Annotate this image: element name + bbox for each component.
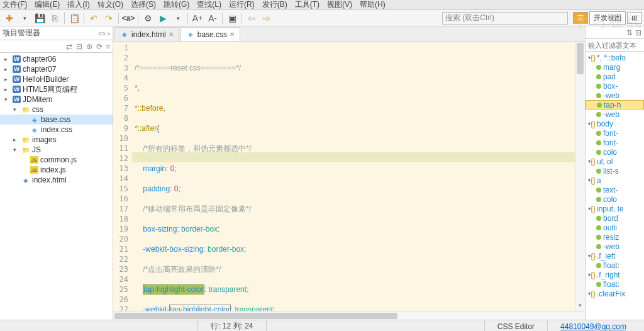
outline-item[interactable]: ▾{}.f_left xyxy=(586,251,644,261)
outline-item[interactable]: pad xyxy=(586,72,644,81)
search-box[interactable]: 搜索 (双击Ctrl) xyxy=(442,12,568,25)
menu-icon[interactable]: ▿ xyxy=(106,42,110,51)
outline-filter-input[interactable] xyxy=(586,39,644,51)
save-all-button[interactable]: ⎘ xyxy=(48,11,62,25)
tree-item[interactable]: ▸WHTML5网页编程 xyxy=(0,84,113,94)
outline-item[interactable]: -web xyxy=(586,91,644,100)
project-tree[interactable]: ▸Wchapter06▸Wchapter07▸WHelloHBuilder▸WH… xyxy=(0,53,113,320)
outline-item[interactable]: list-s xyxy=(586,166,644,176)
tree-item[interactable]: ▾WJDMitem xyxy=(0,94,113,104)
outline-item[interactable]: float: xyxy=(586,261,644,270)
refresh-icon[interactable]: ⟳ xyxy=(96,42,103,51)
back-button[interactable]: ⇦ xyxy=(245,11,258,25)
run-dropdown[interactable]: ▾ xyxy=(171,11,185,25)
editor-tab[interactable]: ◈base.css✕ xyxy=(180,27,240,41)
menu-insert[interactable]: 插入(I) xyxy=(67,0,89,10)
menu-bar: 文件(F) 编辑(E) 插入(I) 转义(O) 选择(S) 跳转(G) 查找(L… xyxy=(0,0,644,10)
font-decrease-button[interactable]: A- xyxy=(206,11,219,25)
tree-item[interactable]: ◈base.css xyxy=(0,115,113,125)
menu-escape[interactable]: 转义(O) xyxy=(97,0,123,10)
outline-item[interactable]: font- xyxy=(586,138,644,147)
menu-select[interactable]: 选择(S) xyxy=(131,0,156,10)
outline-item[interactable]: resiz xyxy=(586,232,644,242)
menu-run[interactable]: 运行(R) xyxy=(229,0,255,10)
outline-item[interactable]: font- xyxy=(586,128,644,138)
redo-button[interactable]: ↷ xyxy=(102,11,116,25)
outline-item[interactable]: ▾{}input, te xyxy=(586,204,644,213)
tree-item[interactable]: ▾📁JS xyxy=(0,145,113,155)
close-panel-icon[interactable]: ▫ xyxy=(108,29,110,38)
font-increase-button[interactable]: A+ xyxy=(191,11,204,25)
editor-mode: CSS Editor xyxy=(484,320,547,331)
outline-item[interactable]: -web xyxy=(586,109,644,119)
close-tab-icon[interactable]: ✕ xyxy=(169,31,174,38)
menu-view[interactable]: 视图(V) xyxy=(327,0,352,10)
minimize-icon[interactable]: ▭ xyxy=(98,29,105,38)
horizontal-scrollbar[interactable] xyxy=(113,311,585,320)
outline-item[interactable]: marg xyxy=(586,62,644,72)
menu-help[interactable]: 帮助(H) xyxy=(360,0,386,10)
outline-tree[interactable]: ▾{}*, *::befomargpadbox--webtap-h-web▾{}… xyxy=(586,52,644,320)
cursor-position: 行: 12 列: 24 xyxy=(197,320,265,331)
link-icon[interactable]: ⇄ xyxy=(66,42,72,51)
status-bar: 行: 12 列: 24 CSS Editor 44810049@qq.com xyxy=(0,320,644,331)
toolbar: ✚ ▾ 💾 ⎘ 📋 ↶ ↷ <a> ⚙ ▶ ▾ A+ A- ▣ ⇦ ⇨ 搜索 (… xyxy=(0,10,644,26)
code-editor[interactable]: /*=======reset css========*/ *, *::befor… xyxy=(132,42,575,311)
tree-item[interactable]: JSindex.js xyxy=(0,165,113,175)
menu-file[interactable]: 文件(F) xyxy=(3,0,27,10)
outline-sort-icon[interactable]: ⇅ xyxy=(626,28,633,37)
menu-publish[interactable]: 发行(B) xyxy=(262,0,287,10)
new-button[interactable]: ✚ xyxy=(3,11,16,25)
config-button[interactable]: ⚙ xyxy=(141,11,155,25)
tree-item[interactable]: ▾📁css xyxy=(0,104,113,115)
tree-item[interactable]: ▸Wchapter07 xyxy=(0,64,113,74)
outline-item[interactable]: ▾{}ul, ol xyxy=(586,157,644,166)
outline-menu-icon[interactable]: ⊟ xyxy=(635,28,641,37)
save-button[interactable]: 💾 xyxy=(33,11,47,25)
line-gutter: 1234567891011121314151617181920212223242… xyxy=(113,42,132,311)
outline-item[interactable]: tap-h xyxy=(586,100,644,109)
outline-item[interactable]: outli xyxy=(586,223,644,232)
tree-item[interactable]: ▸Wchapter06 xyxy=(0,54,113,64)
outline-item[interactable]: ▾{}.f_right xyxy=(586,270,644,279)
undo-button[interactable]: ↶ xyxy=(87,11,101,25)
outline-item[interactable]: box- xyxy=(586,81,644,91)
editor-tabs: ◈index.html✕◈base.css✕ xyxy=(113,26,585,42)
outline-item[interactable]: colo xyxy=(586,147,644,157)
menu-edit[interactable]: 编辑(E) xyxy=(35,0,60,10)
filter-icon[interactable]: ⊕ xyxy=(86,42,92,51)
outline-item[interactable]: bord xyxy=(586,213,644,223)
tree-item[interactable]: ▸📁images xyxy=(0,135,113,145)
menu-goto[interactable]: 跳转(G) xyxy=(164,0,189,10)
outline-panel: ⇅ ⊟ ▾{}*, *::befomargpadbox--webtap-h-we… xyxy=(585,26,644,320)
outline-item[interactable]: ▾{}body xyxy=(586,119,644,128)
tree-item[interactable]: ▸WHelloHBuilder xyxy=(0,74,113,84)
tree-item[interactable]: ◈index.html xyxy=(0,175,113,185)
user-link[interactable]: 44810049@qq.com xyxy=(560,322,626,331)
outline-item[interactable]: ▾{}a xyxy=(586,176,644,185)
outline-item[interactable]: ▾{}*, *::befo xyxy=(586,53,644,62)
outline-item[interactable]: -web xyxy=(586,242,644,251)
outline-item[interactable]: ▾{}.clearFix xyxy=(586,289,644,298)
new-dropdown[interactable]: ▾ xyxy=(18,11,31,25)
menu-tools[interactable]: 工具(T) xyxy=(295,0,319,10)
terminal-button[interactable]: ▣ xyxy=(225,11,239,25)
paste-button[interactable]: 📋 xyxy=(67,11,81,25)
format-button[interactable]: <a> xyxy=(121,11,135,25)
tree-item[interactable]: JScommon.js xyxy=(0,155,113,165)
menu-find[interactable]: 查找(L) xyxy=(197,0,221,10)
run-button[interactable]: ▶ xyxy=(156,11,170,25)
vertical-scrollbar[interactable]: ▴ ▾ xyxy=(575,42,585,311)
outline-item[interactable]: colo xyxy=(586,194,644,204)
outline-item[interactable]: float: xyxy=(586,279,644,289)
editor-tab[interactable]: ◈index.html✕ xyxy=(114,27,179,41)
perspective-icon[interactable]: ☰ xyxy=(573,12,588,24)
perspective-grid-icon[interactable]: ⊞ xyxy=(627,12,641,24)
tree-item[interactable]: ◈index.css xyxy=(0,125,113,135)
project-panel-title: 项目管理器 xyxy=(3,28,40,38)
close-tab-icon[interactable]: ✕ xyxy=(230,31,235,38)
collapse-icon[interactable]: ⊟ xyxy=(76,42,82,51)
forward-button[interactable]: ⇨ xyxy=(260,11,274,25)
perspective-dev[interactable]: 开发视图 xyxy=(589,11,626,25)
outline-item[interactable]: text- xyxy=(586,185,644,194)
